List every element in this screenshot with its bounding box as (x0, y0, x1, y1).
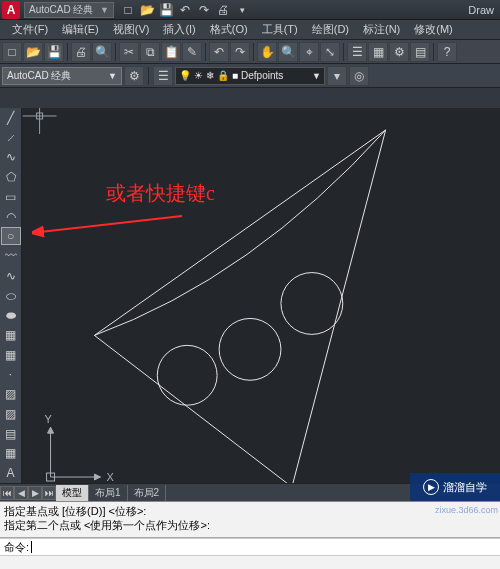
tb-dc[interactable]: ▦ (368, 42, 388, 62)
tb-calc[interactable]: ▤ (410, 42, 430, 62)
redo-icon: ↷ (199, 3, 209, 17)
tb-open[interactable]: 📂 (23, 42, 43, 62)
watermark-badge[interactable]: ▶ 溜溜自学 zixue.3d66.com (410, 473, 500, 501)
print-icon: 🖨 (217, 3, 229, 17)
tab-nav-buttons: ⏮ ◀ ▶ ⏭ (0, 486, 56, 500)
ws-settings-button[interactable]: ⚙ (124, 66, 144, 86)
tb-redo[interactable]: ↷ (230, 42, 250, 62)
qat-plot-button[interactable]: 🖨 (215, 2, 231, 18)
tool-construction-line[interactable]: ⟋ (1, 129, 21, 147)
svg-point-4 (219, 318, 281, 380)
tool-spline[interactable]: ∿ (1, 267, 21, 285)
svg-point-5 (281, 273, 343, 335)
tool-ellipse-arc[interactable]: ⬬ (1, 306, 21, 324)
axis-x-label: X (106, 471, 114, 483)
command-history[interactable]: 指定基点或 [位移(D)] <位移>: 指定第二个点或 <使用第一个点作为位移>… (0, 502, 500, 538)
tab-model[interactable]: 模型 (56, 485, 89, 501)
sun-icon: ☀ (194, 70, 203, 81)
svg-marker-9 (48, 427, 54, 433)
tool-revision-cloud[interactable]: 〰 (1, 247, 21, 265)
tb-pan[interactable]: ✋ (257, 42, 277, 62)
tb-undo[interactable]: ↶ (209, 42, 229, 62)
color-swatch-icon: ■ (232, 70, 238, 81)
menu-draw[interactable]: 绘图(D) (306, 21, 355, 39)
open-icon: 📂 (140, 3, 155, 17)
tab-prev-button[interactable]: ◀ (14, 486, 28, 500)
app-logo-icon[interactable]: A (2, 1, 20, 19)
tb-new[interactable]: □ (2, 42, 22, 62)
layer-iso-button[interactable]: ◎ (349, 66, 369, 86)
tool-make-block[interactable]: ▦ (1, 346, 21, 364)
title-workspace-label: AutoCAD 经典 (29, 3, 93, 17)
tb-props[interactable]: ☰ (347, 42, 367, 62)
tb-preview[interactable]: 🔍 (92, 42, 112, 62)
command-history-line: 指定第二个点或 <使用第一个点作为位移>: (4, 518, 496, 532)
qat-save-button[interactable]: 💾 (158, 2, 174, 18)
tb-zoomp[interactable]: ⤡ (320, 42, 340, 62)
command-area: 指定基点或 [位移(D)] <位移>: 指定第二个点或 <使用第一个点作为位移>… (0, 501, 500, 569)
tool-hatch[interactable]: ▨ (1, 385, 21, 403)
layer-combo[interactable]: 💡 ☀ ❄ 🔒 ■ Defpoints ▼ (175, 67, 325, 85)
tool-table[interactable]: ▦ (1, 445, 21, 463)
quick-access-toolbar: □ 📂 💾 ↶ ↷ 🖨 ▾ (120, 2, 250, 18)
title-workspace-dropdown[interactable]: AutoCAD 经典 ▼ (24, 2, 114, 18)
canvas-svg: X Y (22, 108, 500, 483)
tab-layout2[interactable]: 布局2 (128, 485, 167, 501)
tool-circle[interactable]: ○ (1, 227, 21, 245)
tb-zoomw[interactable]: ⌖ (299, 42, 319, 62)
tool-line[interactable]: ╱ (1, 109, 21, 127)
chevron-down-icon: ▼ (108, 71, 117, 81)
standard-toolbar: □ 📂 💾 🖨 🔍 ✂ ⧉ 📋 ✎ ↶ ↷ ✋ 🔍 ⌖ ⤡ ☰ ▦ ⚙ ▤ ? (0, 40, 500, 64)
menu-file[interactable]: 文件(F) (6, 21, 54, 39)
tool-text[interactable]: A (1, 464, 21, 482)
tool-gradient[interactable]: ▨ (1, 405, 21, 423)
tool-arc[interactable]: ◠ (1, 208, 21, 226)
menu-view[interactable]: 视图(V) (107, 21, 156, 39)
tb-copy[interactable]: ⧉ (140, 42, 160, 62)
tool-insert-block[interactable]: ▦ (1, 326, 21, 344)
tab-last-button[interactable]: ⏭ (42, 486, 56, 500)
menu-format[interactable]: 格式(O) (204, 21, 254, 39)
watermark-brand: 溜溜自学 (443, 480, 487, 495)
freeze-icon: ❄ (206, 70, 214, 81)
qat-new-button[interactable]: □ (120, 2, 136, 18)
axis-y-label: Y (45, 413, 53, 425)
title-bar: A AutoCAD 经典 ▼ □ 📂 💾 ↶ ↷ 🖨 ▾ Draw (0, 0, 500, 20)
drawing-canvas[interactable]: X Y 或者快捷键c (22, 108, 500, 483)
tb-help[interactable]: ? (437, 42, 457, 62)
tb-save[interactable]: 💾 (44, 42, 64, 62)
play-icon: ▶ (423, 479, 439, 495)
tb-cut[interactable]: ✂ (119, 42, 139, 62)
menu-edit[interactable]: 编辑(E) (56, 21, 105, 39)
qat-more-button[interactable]: ▾ (234, 2, 250, 18)
tool-ellipse[interactable]: ⬭ (1, 287, 21, 305)
tb-tool[interactable]: ⚙ (389, 42, 409, 62)
menu-modify[interactable]: 修改(M) (408, 21, 459, 39)
chevron-down-icon: ▾ (240, 5, 245, 15)
qat-undo-button[interactable]: ↶ (177, 2, 193, 18)
tool-point[interactable]: · (1, 366, 21, 384)
tab-layout1[interactable]: 布局1 (89, 485, 128, 501)
tool-rectangle[interactable]: ▭ (1, 188, 21, 206)
tool-polygon[interactable]: ⬠ (1, 168, 21, 186)
tb-zoom[interactable]: 🔍 (278, 42, 298, 62)
layer-props-button[interactable]: ☰ (153, 66, 173, 86)
chevron-down-icon: ▼ (100, 5, 109, 15)
tb-match[interactable]: ✎ (182, 42, 202, 62)
qat-open-button[interactable]: 📂 (139, 2, 155, 18)
tab-first-button[interactable]: ⏮ (0, 486, 14, 500)
tb-paste[interactable]: 📋 (161, 42, 181, 62)
qat-redo-button[interactable]: ↷ (196, 2, 212, 18)
window-title: Draw (468, 4, 500, 16)
tb-plot[interactable]: 🖨 (71, 42, 91, 62)
menu-tools[interactable]: 工具(T) (256, 21, 304, 39)
workspace-combo[interactable]: AutoCAD 经典 ▼ (2, 67, 122, 85)
menu-insert[interactable]: 插入(I) (157, 21, 201, 39)
watermark-url: zixue.3d66.com (435, 505, 498, 515)
tool-region[interactable]: ▤ (1, 425, 21, 443)
tab-next-button[interactable]: ▶ (28, 486, 42, 500)
menu-dimension[interactable]: 标注(N) (357, 21, 406, 39)
layer-state-button[interactable]: ▾ (327, 66, 347, 86)
tool-polyline[interactable]: ∿ (1, 148, 21, 166)
command-input[interactable]: 命令: (0, 538, 500, 556)
